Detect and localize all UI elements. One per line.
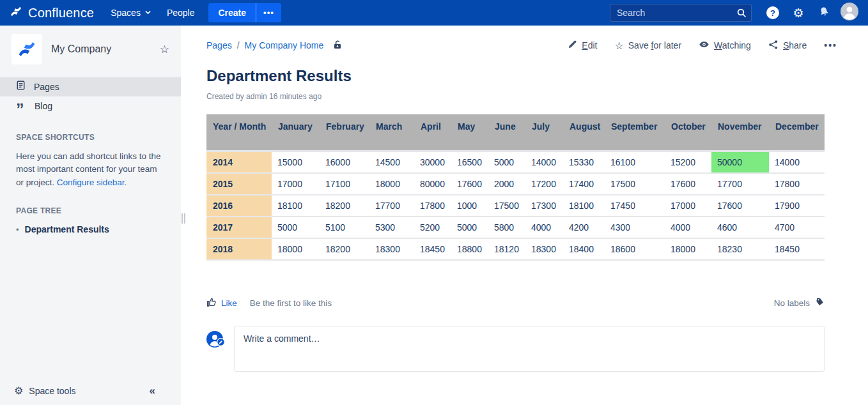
value-cell: 5300: [369, 217, 414, 238]
tag-icon: [814, 297, 825, 309]
value-cell: 16000: [320, 151, 369, 173]
value-cell: 18450: [769, 238, 825, 260]
breadcrumb-separator: /: [237, 40, 240, 50]
value-cell: 17000: [272, 173, 320, 195]
value-cell: 17700: [711, 173, 769, 195]
edit-button[interactable]: Edit: [568, 40, 597, 51]
table-row: 2015170001710018000800001760020001720017…: [206, 173, 825, 195]
avatar-icon: [841, 3, 858, 23]
table-row: 2017500051005300520050005800400042004300…: [206, 217, 825, 238]
page-more-button[interactable]: •••: [824, 40, 837, 50]
value-cell: 16100: [605, 151, 665, 173]
value-cell: 4700: [769, 217, 825, 238]
sidebar-item-pages[interactable]: Pages: [0, 77, 181, 96]
results-table: Year / MonthJanuaryFebruaryMarchAprilMay…: [206, 114, 825, 261]
search-input[interactable]: [610, 4, 752, 22]
space-logo[interactable]: [12, 34, 42, 65]
value-cell: 4600: [711, 217, 769, 238]
table-row: 2016181001820017700178001000175001730018…: [206, 195, 825, 217]
value-cell: 14000: [769, 151, 825, 173]
collapse-sidebar-button[interactable]: «: [150, 385, 155, 397]
value-cell: 16500: [451, 151, 488, 173]
labels-button[interactable]: No labels: [774, 297, 825, 309]
search-icon[interactable]: [736, 8, 747, 20]
watching-button[interactable]: Watching: [699, 39, 751, 52]
space-name[interactable]: My Company: [51, 43, 151, 55]
social-row: Like Be the first to like this No labels: [206, 297, 825, 309]
sidebar-item-blog[interactable]: ” Blog: [0, 96, 181, 116]
people-menu[interactable]: People: [159, 0, 203, 26]
value-cell: 17800: [414, 195, 451, 217]
create-button[interactable]: Create: [208, 3, 256, 22]
brand-name: Confluence: [28, 6, 94, 20]
page-tree-item[interactable]: • Department Results: [16, 224, 165, 236]
value-cell: 18300: [369, 238, 414, 260]
month-header: June: [488, 114, 525, 151]
year-cell: 2018: [206, 238, 272, 260]
sidebar-resize-handle[interactable]: [182, 213, 185, 224]
sidebar-footer: ⚙ Space tools «: [0, 378, 181, 405]
like-button[interactable]: Like: [206, 297, 237, 309]
unlock-icon[interactable]: [332, 40, 343, 52]
share-icon: [768, 40, 779, 52]
save-for-later-button[interactable]: ☆ Save for later: [614, 40, 681, 52]
year-cell: 2015: [206, 173, 272, 195]
share-button[interactable]: Share: [768, 40, 807, 52]
month-header: February: [320, 114, 369, 151]
value-cell: 17200: [525, 173, 563, 195]
page-tree-item-label: Department Results: [25, 224, 109, 234]
value-cell: 4300: [605, 217, 665, 238]
help-icon: ?: [766, 6, 779, 19]
user-avatar-button[interactable]: [839, 0, 860, 26]
sidebar-nav: Pages ” Blog: [0, 77, 181, 116]
star-icon: ☆: [614, 40, 623, 52]
breadcrumb-home-link[interactable]: My Company Home: [245, 40, 324, 50]
breadcrumb-pages-link[interactable]: Pages: [206, 40, 232, 50]
space-tools-button[interactable]: ⚙ Space tools: [14, 386, 76, 396]
month-header: November: [711, 114, 769, 151]
settings-button[interactable]: ⚙: [787, 0, 809, 26]
favourite-star-icon[interactable]: ☆: [160, 43, 169, 56]
configure-sidebar-link[interactable]: Configure sidebar.: [57, 178, 127, 187]
confluence-logo-icon: [9, 4, 23, 21]
labels-text: No labels: [774, 298, 810, 308]
value-cell: 18400: [563, 238, 605, 260]
value-cell: 50000: [711, 151, 769, 173]
page-content: Pages / My Company Home Edit ☆ Save for …: [181, 26, 868, 405]
month-header: April: [414, 114, 451, 151]
table-row: 2014150001600014500300001650050001400015…: [206, 151, 825, 173]
comment-input[interactable]: Write a comment…: [234, 326, 825, 372]
value-cell: 17400: [563, 173, 605, 195]
like-label: Like: [221, 298, 237, 308]
page-actions: Edit ☆ Save for later Watching Share: [568, 39, 837, 52]
month-header: March: [369, 114, 414, 151]
spaces-label: Spaces: [111, 8, 141, 18]
value-cell: 5100: [320, 217, 369, 238]
page-shell: My Company ☆ Pages ” Blog SPACE SHORTCUT…: [0, 26, 868, 405]
bullet-icon: •: [16, 224, 19, 236]
table-row: 2018180001820018300184501880018120183001…: [206, 238, 825, 260]
value-cell: 18000: [272, 238, 320, 260]
create-more-button[interactable]: •••: [256, 3, 281, 22]
value-cell: 80000: [414, 173, 451, 195]
value-cell: 17600: [711, 195, 769, 217]
value-cell: 17600: [665, 173, 711, 195]
month-header: December: [769, 114, 825, 151]
value-cell: 15200: [665, 151, 711, 173]
page-byline: Created by admin 16 minutes ago: [206, 92, 868, 101]
notifications-button[interactable]: [813, 0, 835, 26]
value-cell: 17500: [605, 173, 665, 195]
value-cell: 18200: [320, 238, 369, 260]
help-button[interactable]: ?: [762, 0, 784, 26]
spaces-menu[interactable]: Spaces: [103, 0, 159, 26]
value-cell: 2000: [488, 173, 525, 195]
space-shortcuts-text: Here you can add shortcut links to the m…: [16, 150, 164, 189]
search-container: [610, 4, 752, 22]
confluence-home-link[interactable]: Confluence: [9, 4, 94, 21]
month-header: August: [563, 114, 605, 151]
value-cell: 18230: [711, 238, 769, 260]
month-header: September: [605, 114, 665, 151]
gear-icon: ⚙: [14, 386, 23, 396]
value-cell: 4200: [563, 217, 605, 238]
bell-icon: [818, 6, 830, 20]
